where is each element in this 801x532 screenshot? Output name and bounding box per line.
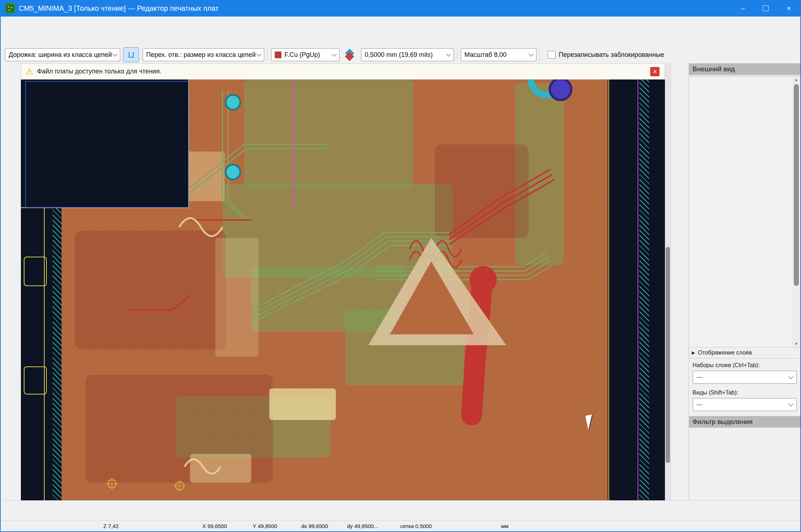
chevron-down-icon	[446, 51, 451, 57]
grid-size-combo[interactable]: 0,5000 mm (19,69 mils)	[361, 48, 454, 61]
layer-color-swatch	[275, 51, 282, 58]
chevron-down-icon	[256, 51, 261, 57]
chevron-down-icon	[332, 51, 337, 57]
right-toolbar	[671, 63, 688, 500]
board-stats-bar	[1, 500, 800, 521]
kicad-app-icon	[5, 3, 15, 13]
status-x: X 99,6500	[202, 523, 227, 529]
fiducial-target	[107, 479, 117, 488]
layers-scrollbar[interactable]: ▲ ▼	[792, 76, 800, 347]
menu-bar	[1, 17, 800, 29]
infobar-text: Файл платы доступен только для чтения.	[37, 68, 162, 75]
expander-arrow-icon: ▶	[692, 350, 695, 355]
scroll-up-icon[interactable]: ▲	[792, 76, 800, 83]
track-width-icon: ⊔	[128, 50, 135, 60]
layer-display-options[interactable]: ▶ Отображение слоёв	[689, 347, 800, 359]
layer-display-label: Отображение слоёв	[698, 350, 752, 356]
layer-presets-label: Наборы слоев (Ctrl+Tab):	[689, 359, 800, 370]
maximize-icon	[763, 5, 769, 11]
auto-track-width-button[interactable]: ⊔	[123, 47, 139, 62]
infobar-close-button[interactable]: ×	[650, 67, 660, 76]
window-title: CM5_MINIMA_3 [Только чтение] — Редактор …	[19, 4, 219, 13]
chevron-down-icon	[788, 401, 793, 406]
pcb-canvas[interactable]	[21, 80, 665, 500]
chevron-down-icon	[528, 51, 534, 57]
viewports-label: Виды (Shift+Tab):	[689, 386, 800, 397]
layer-presets-combo[interactable]: ---	[693, 371, 797, 384]
close-button[interactable]: ×	[777, 0, 800, 17]
secondary-toolbar: Дорожка: ширина из класса цепей ⊔ Перех.…	[1, 46, 800, 64]
grid-size-value: 0,5000 mm (19,69 mils)	[365, 51, 433, 59]
title-bar: CM5_MINIMA_3 [Только чтение] — Редактор …	[1, 0, 800, 17]
drill-hole	[549, 80, 572, 101]
viewports-combo[interactable]: ---	[693, 398, 797, 411]
footprint-courtyard-j1	[25, 81, 189, 208]
main-toolbar	[1, 29, 800, 46]
active-layer-value: F.Cu (PgUp)	[284, 51, 320, 59]
via-size-value: Перех. отв.: размер из класса цепей	[146, 51, 256, 59]
via-size-combo[interactable]: Перех. отв.: размер из класса цепей	[143, 48, 264, 61]
cursor-status-bar: Z 7,42 X 99,6500 Y 49,8500 dx 99,6500 dy…	[1, 520, 800, 532]
status-grid: сетка 0,5000	[400, 523, 432, 529]
maximize-button[interactable]	[754, 0, 777, 17]
status-units: мм	[501, 523, 509, 529]
mounting-hole	[225, 94, 241, 111]
layers-list: ▲ ▼	[689, 76, 800, 347]
status-dy: dy 49,8500...	[347, 523, 378, 529]
scrollbar-thumb[interactable]	[794, 84, 799, 286]
override-locked-label: Перезаписывать заблокированные	[559, 51, 664, 59]
layer-presets-value: ---	[697, 374, 702, 380]
viewports-value: ---	[697, 401, 702, 408]
fiducial-target	[175, 481, 184, 491]
mounting-hole	[225, 164, 241, 180]
minimize-button[interactable]: –	[731, 0, 754, 17]
chevron-down-icon	[112, 51, 117, 57]
kicad-pcb-editor-window: CM5_MINIMA_3 [Только чтение] — Редактор …	[0, 0, 801, 532]
zoom-value: Масштаб 8,00	[464, 51, 507, 59]
canvas-vertical-scrollbar[interactable]	[665, 63, 671, 500]
chevron-down-icon	[788, 374, 793, 379]
checkbox-icon	[548, 51, 555, 59]
status-y: Y 49,8500	[253, 523, 277, 529]
mouse-cursor	[585, 414, 595, 430]
layer-pair-icon	[345, 50, 355, 59]
left-toolbar	[1, 63, 21, 500]
warning-icon: ⚠	[26, 67, 33, 77]
track-width-value: Дорожка: ширина из класса цепей	[9, 51, 112, 59]
selection-filter-title: Фильтр выделения	[689, 416, 800, 428]
readonly-infobar: ⚠ Файл платы доступен только для чтения.…	[21, 63, 665, 80]
scrollbar-thumb[interactable]	[666, 247, 670, 463]
active-layer-combo[interactable]: F.Cu (PgUp)	[271, 48, 339, 61]
appearance-title: Внешний вид	[689, 63, 800, 75]
appearance-panel: Внешний вид ▲ ▼ ▶ Отображение слоёв Набо…	[689, 63, 800, 500]
zoom-combo[interactable]: Масштаб 8,00	[461, 48, 536, 61]
board-edge-notch	[24, 257, 47, 286]
layer-pair-button[interactable]	[342, 48, 357, 62]
track-width-combo[interactable]: Дорожка: ширина из класса цепей	[5, 48, 120, 61]
board-edge-notch	[24, 366, 47, 395]
override-locked-checkbox[interactable]: Перезаписывать заблокированные	[548, 51, 664, 59]
status-zoom: Z 7,42	[103, 523, 119, 529]
status-dx: dx 99,6500	[301, 523, 328, 529]
scroll-down-icon[interactable]: ▼	[792, 341, 800, 347]
